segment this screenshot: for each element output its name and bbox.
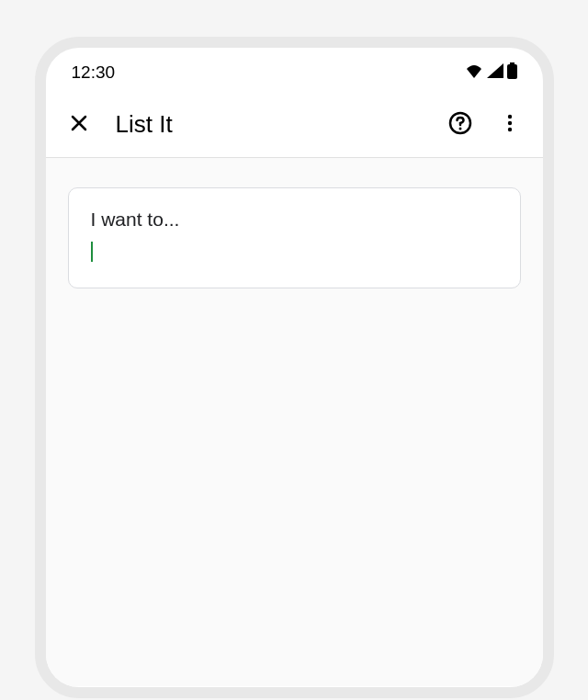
svg-rect-1 [507, 64, 517, 79]
status-bar: 12:30 [46, 48, 543, 92]
help-icon [447, 110, 473, 139]
more-vertical-icon [499, 112, 521, 137]
close-button[interactable] [64, 108, 94, 141]
app-bar-actions [444, 107, 525, 142]
app-title: List It [116, 110, 422, 139]
battery-icon [507, 62, 517, 83]
text-input[interactable] [91, 242, 498, 262]
input-label: I want to... [91, 209, 498, 231]
svg-point-6 [507, 128, 511, 131]
content-area: I want to... [46, 158, 543, 686]
cellular-icon [487, 63, 503, 82]
help-button[interactable] [444, 107, 477, 142]
text-cursor [91, 242, 93, 262]
phone-frame: 12:30 [35, 37, 554, 698]
status-time: 12:30 [72, 62, 116, 83]
wifi-icon [465, 63, 483, 82]
app-bar: List It [46, 92, 543, 158]
input-card[interactable]: I want to... [68, 187, 521, 288]
svg-rect-0 [510, 62, 514, 64]
svg-point-5 [507, 121, 511, 125]
svg-point-4 [507, 115, 511, 119]
svg-point-3 [458, 128, 461, 130]
more-options-button[interactable] [495, 108, 525, 141]
status-icons [465, 62, 517, 83]
close-icon [68, 112, 90, 137]
